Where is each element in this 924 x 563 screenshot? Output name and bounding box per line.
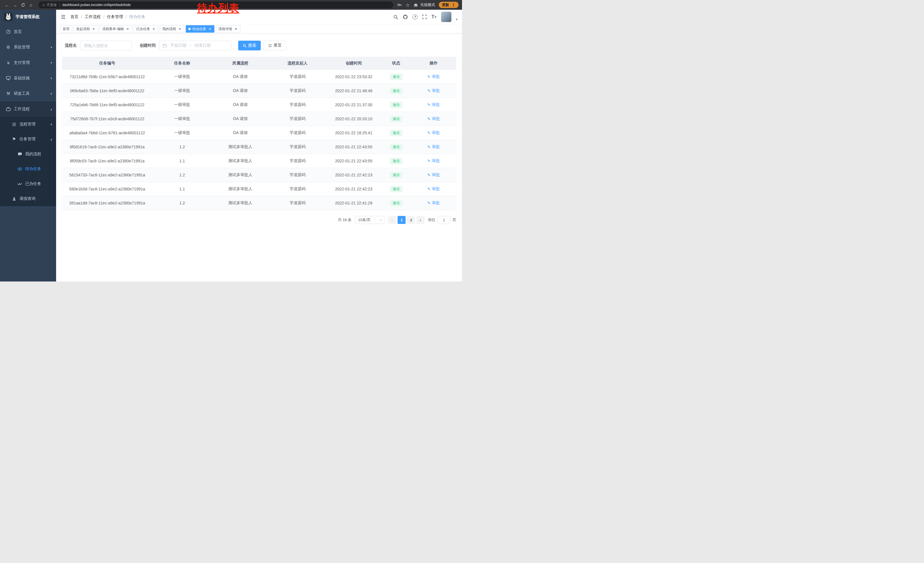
cell-initiator: 芋道源码: [269, 140, 326, 154]
pencil-icon: ✎: [428, 201, 431, 205]
approve-link[interactable]: ✎ 审批: [428, 158, 440, 164]
close-icon[interactable]: ×: [178, 27, 182, 31]
table-row: a6aba0a4-7b6d-11ec-b781-acde48001122 一级审…: [62, 126, 456, 140]
cell-created-time: 2022-01-21 22:42:23: [326, 182, 381, 196]
sidebar-item-infrastructure[interactable]: 基础设施 ▾: [0, 71, 56, 86]
breadcrumb-item-home[interactable]: 首页: [70, 14, 78, 20]
cell-created-time: 2022-01-22 21:37:30: [326, 98, 381, 112]
tab-home[interactable]: 首页: [60, 25, 72, 33]
approve-link[interactable]: ✎ 审批: [428, 88, 440, 93]
sidebar-item-payment-mgmt[interactable]: ¥ 支付管理 ▾: [0, 55, 56, 71]
menu-dots-icon[interactable]: ⋮: [452, 3, 455, 7]
reset-button[interactable]: 重置: [264, 41, 286, 50]
approve-link[interactable]: ✎ 审批: [428, 116, 440, 122]
approve-label: 审批: [432, 144, 440, 150]
sidebar-item-done-tasks[interactable]: 已办任务: [0, 176, 56, 191]
close-icon[interactable]: ×: [208, 27, 212, 31]
page-button-1[interactable]: 1: [398, 216, 406, 224]
cell-status: 激活: [381, 196, 411, 210]
sidebar-item-dev-tools[interactable]: ⚒ 研发工具 ▾: [0, 86, 56, 101]
close-icon[interactable]: ×: [234, 27, 238, 31]
approve-link[interactable]: ✎ 审批: [428, 102, 440, 107]
home-button[interactable]: ⌂: [27, 2, 34, 8]
page-size-value: 10条/页: [358, 217, 371, 222]
help-icon[interactable]: ?: [412, 14, 418, 20]
dashboard-icon: [6, 30, 11, 34]
sidebar-item-process-mgmt[interactable]: 流程管理 ▾: [0, 117, 56, 132]
approve-link[interactable]: ✎ 审批: [428, 173, 440, 177]
tab-todo-tasks[interactable]: 待办任务 ×: [186, 25, 214, 33]
cell-initiator: 芋道源码: [269, 84, 326, 98]
key-icon[interactable]: [397, 3, 402, 7]
breadcrumb-item-task-mgmt[interactable]: 任务管理: [107, 14, 123, 20]
close-icon[interactable]: ×: [92, 27, 96, 31]
search-icon[interactable]: [393, 15, 398, 20]
tab-process-detail[interactable]: 流程详情 ×: [216, 25, 240, 33]
page-button-2[interactable]: 2: [407, 216, 415, 224]
update-label: 更新: [442, 3, 449, 8]
incognito-badge: 无痕模式: [413, 2, 435, 8]
bookmark-star-icon[interactable]: ☆: [406, 2, 410, 8]
table-row: 725a1eb6-7b88-11ec-8ef0-acde48001122 一级审…: [62, 98, 456, 112]
avatar-caret-icon[interactable]: ▾: [456, 18, 458, 22]
approve-label: 审批: [432, 116, 440, 122]
tab-form-edit[interactable]: 流程表单-编辑 ×: [100, 25, 132, 33]
cell-initiator: 芋道源码: [269, 154, 326, 168]
search-button[interactable]: 搜索: [238, 41, 261, 50]
update-button[interactable]: 更新 ⋮: [439, 2, 459, 8]
tab-my-processes[interactable]: 我的流程 ×: [160, 25, 184, 33]
sidebar-item-leave-query[interactable]: 请假查询: [0, 191, 56, 206]
sidebar-item-workflow[interactable]: 工作流程 ▴: [0, 101, 56, 117]
cell-task-id: 8f0d1619-7ac8-11ec-a9e2-a2380e71991a: [62, 140, 153, 154]
forward-button[interactable]: →: [12, 2, 18, 8]
reload-button[interactable]: [20, 2, 26, 8]
status-badge: 激活: [390, 116, 402, 122]
page-size-select[interactable]: 10条/页 ▾: [355, 216, 385, 224]
fullscreen-icon[interactable]: [422, 15, 427, 19]
approve-link[interactable]: ✎ 审批: [428, 74, 440, 79]
table-body: 73211d9d-7b9b-11ec-b5b7-acde48001122 一级审…: [62, 70, 456, 210]
tab-start-process[interactable]: 发起流程 ×: [74, 25, 98, 33]
prev-page-button[interactable]: ‹: [388, 216, 396, 224]
pencil-icon: ✎: [428, 117, 431, 121]
close-icon[interactable]: ×: [126, 27, 130, 31]
process-name-label: 流程名: [65, 43, 77, 48]
chevron-down-icon: ▾: [380, 219, 382, 222]
breadcrumb-item-workflow[interactable]: 工作流程: [85, 14, 101, 20]
tab-done-tasks[interactable]: 已办任务 ×: [134, 25, 158, 33]
cell-created-time: 2022-01-22 18:25:41: [326, 126, 381, 140]
table-row: 580e1b3d-7ac8-11ec-a9e2-a2380e71991a 1.1…: [62, 182, 456, 196]
infrastructure-icon: [6, 76, 11, 81]
next-page-button[interactable]: ›: [417, 216, 424, 224]
date-range-picker[interactable]: 开始日期 - 结束日期: [159, 41, 231, 50]
sidebar-collapse-button[interactable]: [61, 15, 66, 19]
search-icon: [243, 44, 246, 48]
github-icon[interactable]: [403, 14, 408, 20]
avatar[interactable]: [441, 12, 452, 22]
devtools-icon: ⚒: [6, 91, 11, 96]
sidebar-item-todo-tasks[interactable]: 待办任务: [0, 162, 56, 176]
app-logo[interactable]: 芋道管理系统: [0, 10, 56, 24]
breadcrumb: 首页 / 工作流程 / 任务管理 / 待办任务: [70, 14, 146, 20]
approve-link[interactable]: ✎ 审批: [428, 200, 440, 206]
cell-process: OA 请假: [212, 70, 269, 84]
security-chip[interactable]: ⚠ 不安全: [42, 3, 57, 8]
goto-page: 前往 页: [428, 216, 456, 224]
workflow-icon: [6, 107, 11, 111]
approve-link[interactable]: ✎ 审批: [428, 130, 440, 135]
font-size-icon[interactable]: TT: [431, 14, 436, 20]
goto-input[interactable]: [438, 216, 450, 224]
approve-link[interactable]: ✎ 审批: [428, 144, 440, 150]
back-button[interactable]: ←: [3, 2, 10, 8]
close-icon[interactable]: ×: [152, 27, 156, 31]
approve-link[interactable]: ✎ 审批: [428, 186, 440, 192]
cell-process: 测试多审批人: [212, 196, 269, 210]
sidebar-item-system-mgmt[interactable]: ⚙ 系统管理 ▾: [0, 39, 56, 55]
column-header: 操作: [411, 57, 456, 70]
column-header: 创建时间: [326, 57, 381, 70]
cell-action: ✎ 审批: [411, 196, 456, 210]
sidebar-item-my-processes[interactable]: 我的流程: [0, 147, 56, 162]
sidebar-item-task-mgmt[interactable]: ⚑ 任务管理 ▴: [0, 132, 56, 147]
process-name-input[interactable]: [80, 41, 132, 50]
sidebar-item-home[interactable]: 首页: [0, 24, 56, 39]
